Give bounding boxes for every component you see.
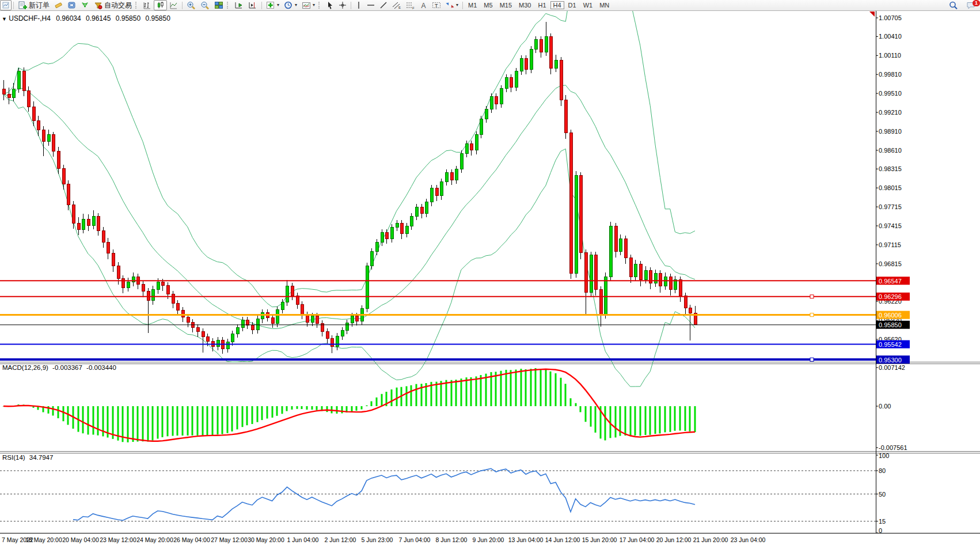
dropdown-caret: ▾	[295, 3, 297, 7]
timeframe-W1[interactable]: W1	[580, 1, 596, 9]
bar-chart-button[interactable]	[140, 0, 154, 10]
timeframe-D1[interactable]: D1	[565, 1, 579, 9]
text-button[interactable]: A	[417, 0, 430, 10]
periods-button[interactable]: ▾	[282, 0, 299, 10]
arrows-icon	[446, 1, 454, 9]
timeframe-H1[interactable]: H1	[535, 1, 549, 9]
dropdown-caret: ▾	[456, 3, 458, 7]
timeframe-M1[interactable]: M1	[465, 1, 480, 9]
crosshair-button[interactable]	[336, 0, 349, 10]
symbol-dropdown-arrow[interactable]: ▼	[2, 16, 7, 22]
templates-button[interactable]: ▾	[299, 0, 317, 10]
dropdown-caret: ▾	[313, 3, 315, 7]
candlestick-chart-icon	[156, 1, 165, 9]
toolbar-separator	[351, 2, 351, 9]
cursor-button[interactable]	[324, 0, 336, 10]
horizontal-lines	[0, 281, 876, 361]
chart-shift-icon	[248, 1, 257, 10]
rsi-pane: 1008050150	[0, 452, 889, 534]
expert-advisor-button[interactable]	[65, 0, 78, 10]
highlighter-icon	[54, 1, 63, 9]
time-axis[interactable]	[0, 533, 876, 545]
candles-layer	[2, 22, 697, 354]
text-label-icon: T	[432, 1, 441, 9]
toolbar-separator	[182, 2, 183, 9]
notification-badge: 1	[973, 0, 980, 6]
toolbar-right: 1	[947, 0, 978, 10]
auto-trading-icon	[94, 1, 102, 9]
timeframe-M5[interactable]: M5	[481, 1, 495, 9]
new-order-button[interactable]: 新订单	[16, 0, 52, 10]
indicators-button[interactable]: ▾	[264, 0, 282, 10]
indicators-icon	[266, 1, 275, 10]
scroll-marker-icon	[869, 12, 875, 17]
toolbar: 新订单 自动交易	[0, 0, 980, 11]
equidistant-channel-icon: E	[392, 1, 401, 9]
toolbar-grip	[318, 2, 322, 9]
price-axis[interactable]	[876, 10, 916, 533]
svg-text:F: F	[412, 6, 415, 10]
auto-trading-button[interactable]: 自动交易	[92, 0, 134, 10]
trendline-icon	[379, 1, 388, 9]
vertical-line-button[interactable]	[353, 0, 364, 10]
timeframe-MN[interactable]: MN	[597, 1, 612, 9]
fibonacci-button[interactable]: F	[404, 0, 417, 10]
highlighter-button[interactable]	[52, 0, 65, 10]
market-watch-button[interactable]	[0, 0, 12, 10]
cursor-icon	[326, 1, 334, 9]
chart-area[interactable]: 1.007051.004101.001100.998100.995100.992…	[0, 0, 980, 545]
arrows-button[interactable]: ▾	[443, 0, 461, 10]
macd-pane: 0.0071420.00-0.007561	[3, 364, 907, 451]
zoom-in-icon	[187, 1, 196, 10]
svg-text:T: T	[435, 3, 438, 9]
signals-button[interactable]	[78, 0, 92, 10]
chart-canvas: 1.007051.004101.001100.998100.995100.992…	[0, 0, 980, 545]
tile-windows-icon	[214, 1, 223, 10]
toolbar-grip	[135, 2, 139, 9]
expert-advisor-icon	[67, 1, 76, 9]
toolbar-separator	[462, 2, 463, 9]
horizontal-line-button[interactable]	[364, 0, 377, 10]
bar-chart-icon	[143, 1, 151, 9]
zoom-out-button[interactable]	[198, 0, 212, 10]
timeframe-bar: M1M5M15M30H1H4D1W1MN	[465, 1, 613, 10]
toolbar-separator	[13, 2, 14, 9]
crosshair-icon	[339, 1, 347, 9]
search-icon	[949, 1, 958, 10]
line-chart-icon	[169, 1, 178, 9]
tile-windows-button[interactable]	[212, 0, 226, 10]
auto-scroll-icon	[234, 1, 244, 10]
equidistant-channel-button[interactable]: E	[390, 0, 404, 10]
fibonacci-icon: F	[406, 1, 415, 9]
chart-shift-button[interactable]	[246, 0, 260, 10]
svg-text:A: A	[421, 2, 426, 10]
timeframe-M15[interactable]: M15	[497, 1, 515, 9]
notifications-button[interactable]: 1	[964, 0, 978, 10]
mini-chart-icon	[2, 2, 9, 9]
text-icon: A	[420, 1, 427, 9]
zoom-out-icon	[200, 1, 210, 10]
zoom-in-button[interactable]	[184, 0, 198, 10]
toolbar-grip	[227, 2, 231, 9]
signals-icon	[81, 1, 89, 9]
search-button[interactable]	[947, 0, 960, 10]
new-order-icon	[18, 1, 27, 10]
mt4-terminal-window: 新订单 自动交易	[0, 0, 980, 545]
trendline-button[interactable]	[377, 0, 390, 10]
vertical-line-icon	[355, 1, 362, 9]
auto-trading-label: 自动交易	[104, 1, 132, 10]
horizontal-line-icon	[367, 1, 375, 9]
text-label-button[interactable]: T	[430, 0, 443, 10]
bollinger-bands	[3, 0, 695, 387]
templates-icon	[302, 1, 311, 10]
candlestick-chart-button[interactable]	[154, 0, 167, 10]
svg-text:E: E	[398, 6, 401, 9]
auto-scroll-button[interactable]	[232, 0, 246, 10]
new-order-label: 新订单	[29, 1, 50, 10]
toolbar-separator	[261, 2, 262, 9]
pane-frames	[0, 11, 980, 533]
timeframe-M30[interactable]: M30	[516, 1, 534, 9]
timeframe-H4[interactable]: H4	[550, 1, 564, 9]
clock-icon	[284, 1, 293, 10]
line-chart-button[interactable]	[167, 0, 180, 10]
